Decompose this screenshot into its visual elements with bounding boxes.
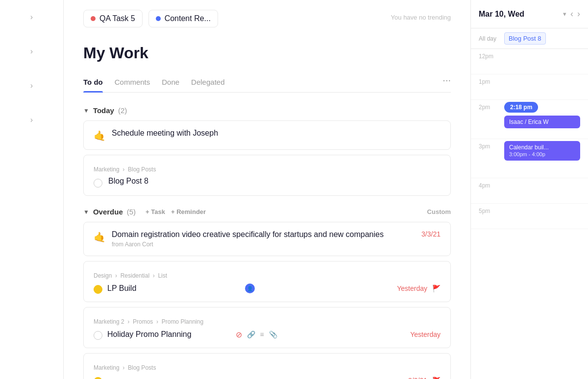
- blog8-checkbox[interactable]: [94, 179, 102, 188]
- lp-date: Yesterday: [397, 284, 427, 292]
- timeslot-2pm: 2pm 2:18 pm Isaac / Erica W: [471, 100, 588, 139]
- align-icon: ≡: [260, 331, 264, 338]
- holiday-checkbox[interactable]: [94, 331, 102, 340]
- timeslot-12pm: 12pm: [471, 49, 588, 74]
- holiday-breadcrumb: Marketing 2 › Promos › Promo Planning: [94, 318, 441, 325]
- add-reminder-button[interactable]: + Reminder: [171, 208, 206, 215]
- allday-label: All day: [479, 35, 498, 42]
- tabs-more-button[interactable]: ···: [442, 74, 451, 92]
- overdue-label: Overdue: [93, 208, 123, 216]
- calendar-dropdown-icon[interactable]: ▾: [563, 10, 566, 18]
- tabs-bar: To do Comments Done Delegated ···: [83, 74, 451, 93]
- page-title: My Work: [83, 44, 451, 62]
- task-card-holiday: Marketing 2 › Promos › Promo Planning Ho…: [83, 307, 451, 348]
- task-card-blog8: Marketing › Blog Posts Blog Post 8: [83, 155, 451, 196]
- sidebar-chevron-4[interactable]: ›: [24, 113, 39, 127]
- tab-todo[interactable]: To do: [83, 74, 103, 92]
- time-5pm: 5pm: [479, 204, 498, 214]
- timeslot-4pm: 4pm: [471, 178, 588, 204]
- blogpost2-breadcrumb: Marketing › Blog Posts: [94, 364, 441, 371]
- task-card-domain: 🤙 Domain registration video creative spe…: [83, 222, 451, 256]
- timeslot-1pm: 1pm: [471, 74, 588, 100]
- add-task-button[interactable]: + Task: [146, 208, 165, 215]
- today-count: (2): [118, 106, 127, 115]
- task-card-lp: Design › Residential › List LP Build 👤 Y…: [83, 261, 451, 302]
- tab-comments[interactable]: Comments: [115, 74, 150, 92]
- main-content: QA Task 5 Content Re... You have no tren…: [64, 0, 470, 379]
- overdue-chevron[interactable]: ▼: [83, 209, 89, 215]
- sidebar-chevron-1[interactable]: ›: [24, 10, 39, 24]
- content-label: Content Re...: [165, 14, 211, 23]
- blog8-name: Blog Post 8: [108, 177, 441, 186]
- time-4pm: 4pm: [479, 178, 498, 189]
- blogpost2-checkbox[interactable]: [94, 377, 102, 379]
- holiday-date: Yesterday: [410, 331, 441, 338]
- clip-icon: 📎: [269, 331, 277, 338]
- calendar-date-title: Mar 10, Wed: [479, 10, 559, 19]
- timeslot-5pm: 5pm: [471, 204, 588, 229]
- time-2pm: 2pm: [479, 100, 498, 111]
- qa-label: QA Task 5: [99, 14, 135, 23]
- content-dot: [156, 16, 161, 21]
- today-label: Today: [93, 106, 114, 115]
- blog8-breadcrumb: Marketing › Blog Posts: [94, 166, 441, 173]
- qa-dot: [91, 16, 96, 21]
- calendar-header: Mar 10, Wed ▾ ‹ ›: [471, 0, 588, 28]
- time-12pm: 12pm: [479, 49, 498, 60]
- allday-row: All day Blog Post 8: [471, 28, 588, 49]
- lp-name: LP Build: [107, 284, 240, 293]
- lp-avatar: 👤: [245, 284, 255, 293]
- event-calendar[interactable]: Calendar buil...3:00pm - 4:00p: [504, 141, 580, 161]
- overdue-section-header: ▼ Overdue (5) + Task + Reminder Custom: [83, 208, 451, 216]
- stop-icon: ⊘: [236, 330, 242, 339]
- task-chip-content[interactable]: Content Re...: [148, 10, 218, 27]
- holiday-name: Holiday Promo Planning: [107, 330, 231, 339]
- lp-checkbox[interactable]: [94, 285, 102, 294]
- domain-icon: 🤙: [94, 231, 106, 243]
- task-card-schedule: 🤙 Schedule meeting with Joseph: [83, 120, 451, 150]
- timeslot-3pm: 3pm Calendar buil...3:00pm - 4:00p: [471, 139, 588, 178]
- blogpost2-flag: 🚩: [432, 377, 441, 379]
- link-icon: 🔗: [247, 331, 255, 338]
- calendar-panel: Mar 10, Wed ▾ ‹ › All day Blog Post 8 12…: [470, 0, 588, 379]
- allday-event[interactable]: Blog Post 8: [504, 32, 546, 45]
- today-section-header: ▼ Today (2): [83, 106, 451, 115]
- sidebar-chevron-3[interactable]: ›: [24, 78, 39, 93]
- now-indicator: 2:18 pm: [504, 102, 538, 113]
- domain-from: from Aaron Cort: [112, 241, 441, 248]
- task-card-blogpost2: Marketing › Blog Posts 3/2/21 🚩: [83, 353, 451, 379]
- domain-name: Domain registration video creative speci…: [112, 230, 416, 239]
- tab-done[interactable]: Done: [162, 74, 179, 92]
- blogpost2-date: 3/2/21: [408, 377, 427, 379]
- domain-date: 3/3/21: [421, 230, 441, 238]
- time-1pm: 1pm: [479, 74, 498, 85]
- time-3pm: 3pm: [479, 139, 498, 150]
- task-chip-qa[interactable]: QA Task 5: [83, 10, 143, 27]
- tab-delegated[interactable]: Delegated: [191, 74, 224, 92]
- today-chevron[interactable]: ▼: [83, 107, 89, 114]
- overdue-count: (5): [127, 208, 136, 216]
- task-icon-schedule: 🤙: [94, 130, 106, 142]
- sidebar: › › › ›: [0, 0, 64, 379]
- lp-breadcrumb: Design › Residential › List: [94, 272, 441, 279]
- sidebar-chevron-2[interactable]: ›: [24, 44, 39, 59]
- no-trending: You have no trending: [391, 10, 451, 27]
- lp-flag-icon: 🚩: [432, 284, 441, 292]
- calendar-next-button[interactable]: ›: [577, 9, 580, 19]
- event-isaac[interactable]: Isaac / Erica W: [504, 116, 580, 128]
- task-name-schedule: Schedule meeting with Joseph: [112, 129, 441, 138]
- calendar-prev-button[interactable]: ‹: [570, 9, 573, 19]
- custom-button[interactable]: Custom: [427, 208, 451, 215]
